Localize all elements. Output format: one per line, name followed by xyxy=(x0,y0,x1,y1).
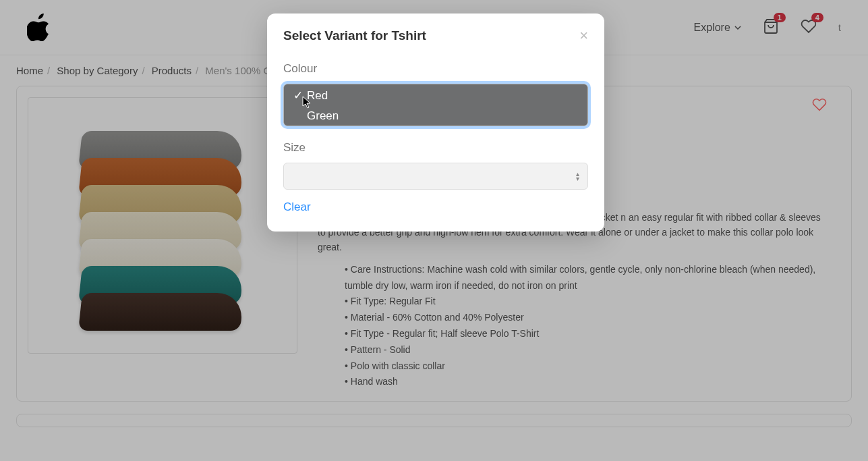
colour-select-open[interactable]: ✓ Red Green xyxy=(283,84,588,126)
checkmark-icon: ✓ xyxy=(293,88,303,103)
colour-option-red[interactable]: ✓ Red xyxy=(284,84,587,105)
select-chevrons-icon: ▴▾ xyxy=(576,171,579,181)
colour-option-green[interactable]: Green xyxy=(284,105,587,126)
option-label: Red xyxy=(307,89,328,103)
size-label: Size xyxy=(283,141,588,155)
clear-link[interactable]: Clear xyxy=(283,200,311,213)
close-button[interactable]: × xyxy=(579,27,588,45)
colour-label: Colour xyxy=(283,62,588,76)
modal-title: Select Variant for Tshirt xyxy=(283,28,426,43)
close-icon: × xyxy=(579,27,588,44)
size-select[interactable]: ▴▾ xyxy=(283,163,588,190)
option-label: Green xyxy=(307,109,339,123)
variant-modal: Select Variant for Tshirt × Colour ✓ Red… xyxy=(267,13,604,232)
